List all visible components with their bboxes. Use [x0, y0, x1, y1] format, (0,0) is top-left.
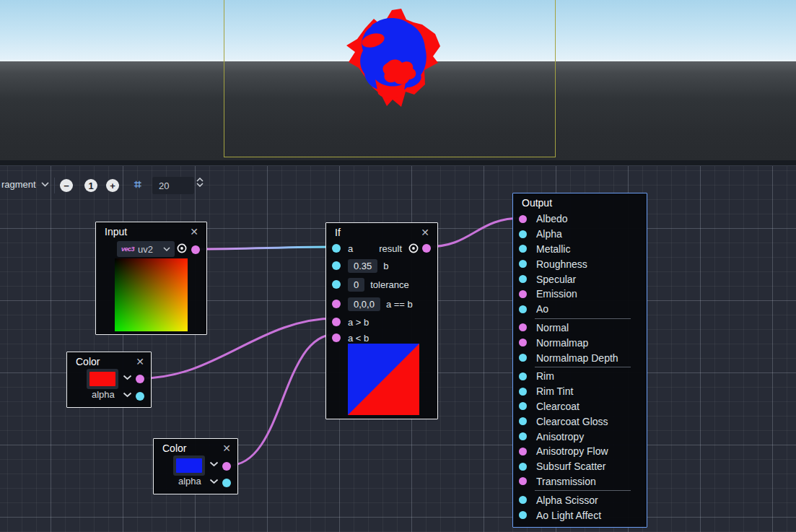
node-title: Output	[522, 197, 552, 209]
port-specular-in[interactable]	[519, 275, 527, 283]
port-clearcoat-in[interactable]	[519, 402, 527, 410]
chevron-down-icon[interactable]	[209, 479, 219, 484]
node-titlebar[interactable]: Color ✕	[154, 439, 237, 456]
output-port-row: Normalmap	[513, 335, 647, 350]
node-title: Color	[162, 442, 186, 454]
port-subsurf-scatter-in[interactable]	[519, 463, 527, 471]
eq-value-field[interactable]: 0,0,0	[348, 297, 380, 311]
port-alpha-out[interactable]	[222, 479, 231, 487]
close-icon[interactable]: ✕	[222, 443, 231, 453]
snap-step-value: 20	[159, 180, 169, 191]
color-swatch[interactable]	[89, 372, 115, 386]
output-port-row: Clearcoat	[513, 399, 647, 414]
port-rim-in[interactable]	[519, 372, 527, 380]
output-port-row: Ao	[513, 302, 647, 317]
port-tolerance-in[interactable]	[332, 280, 341, 289]
color-picker-frame[interactable]	[87, 369, 118, 389]
snap-toggle-icon[interactable]: ⌗	[131, 178, 145, 192]
port-alpha-scissor-in[interactable]	[519, 496, 527, 504]
preview-eye-icon[interactable]	[175, 243, 188, 253]
uv-gradient-preview	[115, 258, 188, 331]
output-port-label: Normalmap	[536, 337, 588, 349]
output-port-row: Anisotropy	[513, 429, 647, 444]
port-input-output[interactable]	[191, 245, 200, 254]
port-a-in[interactable]	[332, 244, 341, 253]
port-normalmap-depth-in[interactable]	[519, 354, 527, 362]
port-metallic-in[interactable]	[519, 245, 527, 253]
port-ao-light-affect-in[interactable]	[519, 511, 527, 519]
node-titlebar[interactable]: Output	[513, 193, 647, 211]
port-b-in[interactable]	[332, 261, 341, 270]
snap-step-input[interactable]: 20	[152, 177, 194, 194]
node-title: Color	[76, 356, 100, 367]
port-rim-tint-in[interactable]	[519, 388, 527, 396]
chevron-down-icon[interactable]	[123, 375, 132, 380]
output-port-row: Transmission	[513, 474, 647, 489]
port-alpha-in[interactable]	[519, 230, 527, 238]
output-port-label: Transmission	[536, 476, 596, 487]
color-picker-frame[interactable]	[173, 455, 205, 476]
port-lt-in[interactable]	[332, 333, 341, 342]
wire-if-result-to-albedo	[427, 218, 522, 247]
port-anisotropy-in[interactable]	[519, 432, 527, 440]
port-gt-in[interactable]	[332, 318, 341, 326]
port-roughness-in[interactable]	[519, 260, 527, 268]
output-port-label: Specular	[536, 274, 576, 285]
output-port-label: Metallic	[536, 243, 570, 255]
output-port-label: Roughness	[536, 258, 587, 270]
port-emission-in[interactable]	[519, 290, 527, 298]
port-color-out[interactable]	[136, 375, 144, 383]
output-port-row: Metallic	[513, 242, 647, 257]
snap-step-spinner[interactable]	[196, 178, 204, 187]
output-port-row: Anisotropy Flow	[513, 444, 647, 459]
chevron-down-icon[interactable]	[123, 392, 132, 398]
shader-mode-value: ragment	[1, 179, 36, 190]
port-result-out[interactable]	[422, 244, 431, 253]
port-alpha-out[interactable]	[136, 392, 144, 401]
port-color-out[interactable]	[222, 462, 231, 471]
close-icon[interactable]: ✕	[136, 357, 144, 367]
zoom-reset-button[interactable]: 1	[84, 179, 97, 192]
lt-label: a < b	[348, 333, 369, 344]
node-if: If ✕ a result	[325, 222, 438, 419]
close-icon[interactable]: ✕	[190, 227, 198, 237]
port-ao-in[interactable]	[519, 305, 527, 313]
port-transmission-in[interactable]	[519, 477, 527, 485]
port-eq-in[interactable]	[332, 300, 341, 308]
node-titlebar[interactable]: Input ✕	[96, 222, 206, 240]
shader-graph-canvas[interactable]: ragment − 1 + ⌗ 20 Input	[0, 166, 796, 532]
port-normal-in[interactable]	[519, 323, 527, 331]
toolbar-separator	[54, 178, 55, 193]
port-normalmap-in[interactable]	[519, 339, 527, 346]
output-port-label: Anisotropy Flow	[536, 445, 608, 457]
zoom-out-button[interactable]: −	[60, 179, 73, 192]
alpha-label: alpha	[178, 476, 201, 487]
viewport-splitter[interactable]	[0, 160, 796, 166]
zoom-in-button[interactable]: +	[106, 179, 119, 192]
port-anisotropy-flow-in[interactable]	[519, 448, 527, 455]
tolerance-value-field[interactable]: 0	[348, 278, 364, 292]
node-titlebar[interactable]: Color ✕	[67, 352, 151, 370]
shader-mode-dropdown[interactable]: ragment	[1, 179, 49, 190]
b-value-field[interactable]: 0.35	[348, 259, 377, 273]
port-albedo-in[interactable]	[519, 215, 527, 223]
chevron-down-icon[interactable]	[209, 461, 219, 467]
input-selected-value: uv2	[138, 244, 159, 255]
output-port-list: AlbedoAlphaMetallicRoughnessSpecularEmis…	[513, 211, 647, 523]
vec3-type-icon: vec3	[121, 245, 134, 253]
chevron-down-icon	[196, 183, 204, 187]
node-output: Output AlbedoAlphaMetallicRoughnessSpecu…	[512, 193, 647, 528]
camera-preview-frame	[224, 0, 556, 157]
close-icon[interactable]: ✕	[421, 227, 429, 237]
input-type-dropdown[interactable]: vec3 uv2	[117, 241, 175, 257]
if-node-rows: a result 0.35 b	[326, 240, 437, 346]
node-titlebar[interactable]: If ✕	[326, 223, 437, 240]
output-port-row: Roughness	[513, 256, 647, 271]
port-clearcoat-gloss-in[interactable]	[519, 417, 527, 425]
output-port-row: Normal	[513, 320, 647, 336]
3d-viewport	[0, 0, 796, 160]
color-swatch[interactable]	[176, 458, 202, 473]
output-port-label: Rim Tint	[536, 385, 573, 397]
output-port-label: Normal	[536, 322, 569, 333]
preview-eye-icon[interactable]	[407, 243, 420, 253]
